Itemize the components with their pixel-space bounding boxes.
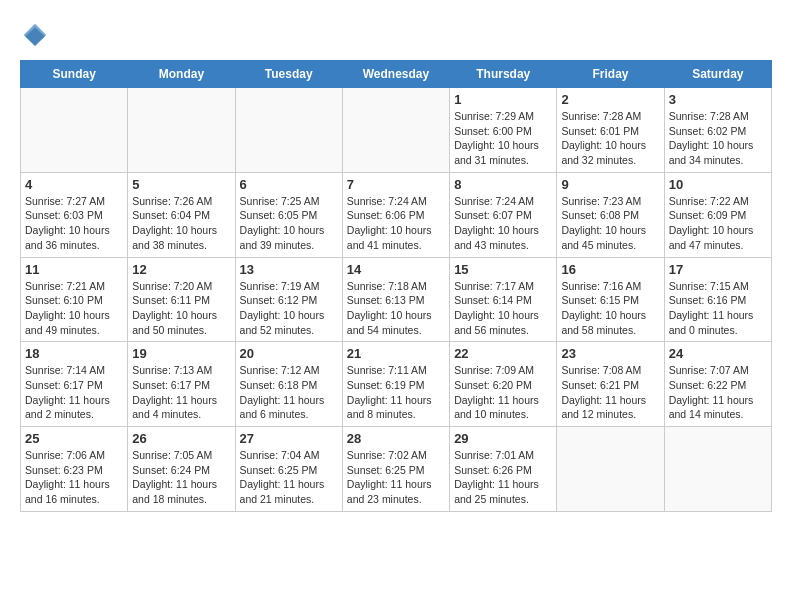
day-number: 19 xyxy=(132,346,230,361)
day-cell xyxy=(342,88,449,173)
logo-icon xyxy=(20,20,50,50)
day-cell: 29Sunrise: 7:01 AM Sunset: 6:26 PM Dayli… xyxy=(450,427,557,512)
day-cell: 24Sunrise: 7:07 AM Sunset: 6:22 PM Dayli… xyxy=(664,342,771,427)
day-info: Sunrise: 7:24 AM Sunset: 6:06 PM Dayligh… xyxy=(347,194,445,253)
week-row-4: 18Sunrise: 7:14 AM Sunset: 6:17 PM Dayli… xyxy=(21,342,772,427)
day-info: Sunrise: 7:11 AM Sunset: 6:19 PM Dayligh… xyxy=(347,363,445,422)
day-info: Sunrise: 7:01 AM Sunset: 6:26 PM Dayligh… xyxy=(454,448,552,507)
svg-marker-1 xyxy=(25,28,45,46)
day-cell: 16Sunrise: 7:16 AM Sunset: 6:15 PM Dayli… xyxy=(557,257,664,342)
day-cell: 2Sunrise: 7:28 AM Sunset: 6:01 PM Daylig… xyxy=(557,88,664,173)
day-cell: 19Sunrise: 7:13 AM Sunset: 6:17 PM Dayli… xyxy=(128,342,235,427)
day-info: Sunrise: 7:21 AM Sunset: 6:10 PM Dayligh… xyxy=(25,279,123,338)
day-info: Sunrise: 7:23 AM Sunset: 6:08 PM Dayligh… xyxy=(561,194,659,253)
day-number: 22 xyxy=(454,346,552,361)
day-number: 6 xyxy=(240,177,338,192)
day-cell: 17Sunrise: 7:15 AM Sunset: 6:16 PM Dayli… xyxy=(664,257,771,342)
day-number: 17 xyxy=(669,262,767,277)
day-cell: 15Sunrise: 7:17 AM Sunset: 6:14 PM Dayli… xyxy=(450,257,557,342)
column-header-sunday: Sunday xyxy=(21,61,128,88)
day-cell: 1Sunrise: 7:29 AM Sunset: 6:00 PM Daylig… xyxy=(450,88,557,173)
day-number: 2 xyxy=(561,92,659,107)
day-info: Sunrise: 7:20 AM Sunset: 6:11 PM Dayligh… xyxy=(132,279,230,338)
column-header-tuesday: Tuesday xyxy=(235,61,342,88)
day-number: 3 xyxy=(669,92,767,107)
day-number: 16 xyxy=(561,262,659,277)
day-number: 8 xyxy=(454,177,552,192)
day-cell: 20Sunrise: 7:12 AM Sunset: 6:18 PM Dayli… xyxy=(235,342,342,427)
column-header-monday: Monday xyxy=(128,61,235,88)
day-cell: 6Sunrise: 7:25 AM Sunset: 6:05 PM Daylig… xyxy=(235,172,342,257)
day-info: Sunrise: 7:15 AM Sunset: 6:16 PM Dayligh… xyxy=(669,279,767,338)
day-cell: 10Sunrise: 7:22 AM Sunset: 6:09 PM Dayli… xyxy=(664,172,771,257)
day-info: Sunrise: 7:17 AM Sunset: 6:14 PM Dayligh… xyxy=(454,279,552,338)
day-cell: 28Sunrise: 7:02 AM Sunset: 6:25 PM Dayli… xyxy=(342,427,449,512)
day-number: 11 xyxy=(25,262,123,277)
day-number: 27 xyxy=(240,431,338,446)
day-info: Sunrise: 7:04 AM Sunset: 6:25 PM Dayligh… xyxy=(240,448,338,507)
day-info: Sunrise: 7:09 AM Sunset: 6:20 PM Dayligh… xyxy=(454,363,552,422)
header xyxy=(20,20,772,50)
day-info: Sunrise: 7:16 AM Sunset: 6:15 PM Dayligh… xyxy=(561,279,659,338)
day-number: 28 xyxy=(347,431,445,446)
day-cell: 5Sunrise: 7:26 AM Sunset: 6:04 PM Daylig… xyxy=(128,172,235,257)
day-info: Sunrise: 7:22 AM Sunset: 6:09 PM Dayligh… xyxy=(669,194,767,253)
day-info: Sunrise: 7:13 AM Sunset: 6:17 PM Dayligh… xyxy=(132,363,230,422)
week-row-2: 4Sunrise: 7:27 AM Sunset: 6:03 PM Daylig… xyxy=(21,172,772,257)
day-cell: 4Sunrise: 7:27 AM Sunset: 6:03 PM Daylig… xyxy=(21,172,128,257)
day-cell: 18Sunrise: 7:14 AM Sunset: 6:17 PM Dayli… xyxy=(21,342,128,427)
column-header-wednesday: Wednesday xyxy=(342,61,449,88)
day-cell: 9Sunrise: 7:23 AM Sunset: 6:08 PM Daylig… xyxy=(557,172,664,257)
day-number: 14 xyxy=(347,262,445,277)
day-cell xyxy=(664,427,771,512)
day-number: 12 xyxy=(132,262,230,277)
day-cell: 22Sunrise: 7:09 AM Sunset: 6:20 PM Dayli… xyxy=(450,342,557,427)
day-number: 24 xyxy=(669,346,767,361)
day-cell: 11Sunrise: 7:21 AM Sunset: 6:10 PM Dayli… xyxy=(21,257,128,342)
day-number: 25 xyxy=(25,431,123,446)
day-info: Sunrise: 7:26 AM Sunset: 6:04 PM Dayligh… xyxy=(132,194,230,253)
day-number: 13 xyxy=(240,262,338,277)
day-info: Sunrise: 7:27 AM Sunset: 6:03 PM Dayligh… xyxy=(25,194,123,253)
day-info: Sunrise: 7:28 AM Sunset: 6:02 PM Dayligh… xyxy=(669,109,767,168)
day-info: Sunrise: 7:06 AM Sunset: 6:23 PM Dayligh… xyxy=(25,448,123,507)
day-number: 5 xyxy=(132,177,230,192)
day-cell: 25Sunrise: 7:06 AM Sunset: 6:23 PM Dayli… xyxy=(21,427,128,512)
day-info: Sunrise: 7:24 AM Sunset: 6:07 PM Dayligh… xyxy=(454,194,552,253)
day-cell: 3Sunrise: 7:28 AM Sunset: 6:02 PM Daylig… xyxy=(664,88,771,173)
header-row: SundayMondayTuesdayWednesdayThursdayFrid… xyxy=(21,61,772,88)
column-header-friday: Friday xyxy=(557,61,664,88)
day-info: Sunrise: 7:25 AM Sunset: 6:05 PM Dayligh… xyxy=(240,194,338,253)
day-cell: 23Sunrise: 7:08 AM Sunset: 6:21 PM Dayli… xyxy=(557,342,664,427)
day-cell xyxy=(128,88,235,173)
day-cell xyxy=(235,88,342,173)
day-info: Sunrise: 7:14 AM Sunset: 6:17 PM Dayligh… xyxy=(25,363,123,422)
day-info: Sunrise: 7:12 AM Sunset: 6:18 PM Dayligh… xyxy=(240,363,338,422)
column-header-thursday: Thursday xyxy=(450,61,557,88)
day-number: 4 xyxy=(25,177,123,192)
day-number: 10 xyxy=(669,177,767,192)
day-cell: 7Sunrise: 7:24 AM Sunset: 6:06 PM Daylig… xyxy=(342,172,449,257)
day-cell xyxy=(557,427,664,512)
day-cell: 21Sunrise: 7:11 AM Sunset: 6:19 PM Dayli… xyxy=(342,342,449,427)
day-number: 29 xyxy=(454,431,552,446)
day-cell: 14Sunrise: 7:18 AM Sunset: 6:13 PM Dayli… xyxy=(342,257,449,342)
week-row-1: 1Sunrise: 7:29 AM Sunset: 6:00 PM Daylig… xyxy=(21,88,772,173)
day-info: Sunrise: 7:08 AM Sunset: 6:21 PM Dayligh… xyxy=(561,363,659,422)
week-row-3: 11Sunrise: 7:21 AM Sunset: 6:10 PM Dayli… xyxy=(21,257,772,342)
day-number: 9 xyxy=(561,177,659,192)
day-info: Sunrise: 7:19 AM Sunset: 6:12 PM Dayligh… xyxy=(240,279,338,338)
day-number: 20 xyxy=(240,346,338,361)
day-number: 18 xyxy=(25,346,123,361)
day-info: Sunrise: 7:29 AM Sunset: 6:00 PM Dayligh… xyxy=(454,109,552,168)
day-number: 26 xyxy=(132,431,230,446)
calendar-table: SundayMondayTuesdayWednesdayThursdayFrid… xyxy=(20,60,772,512)
day-info: Sunrise: 7:02 AM Sunset: 6:25 PM Dayligh… xyxy=(347,448,445,507)
day-cell: 13Sunrise: 7:19 AM Sunset: 6:12 PM Dayli… xyxy=(235,257,342,342)
day-cell: 27Sunrise: 7:04 AM Sunset: 6:25 PM Dayli… xyxy=(235,427,342,512)
logo xyxy=(20,20,54,50)
day-number: 7 xyxy=(347,177,445,192)
day-info: Sunrise: 7:18 AM Sunset: 6:13 PM Dayligh… xyxy=(347,279,445,338)
day-number: 15 xyxy=(454,262,552,277)
day-cell: 8Sunrise: 7:24 AM Sunset: 6:07 PM Daylig… xyxy=(450,172,557,257)
